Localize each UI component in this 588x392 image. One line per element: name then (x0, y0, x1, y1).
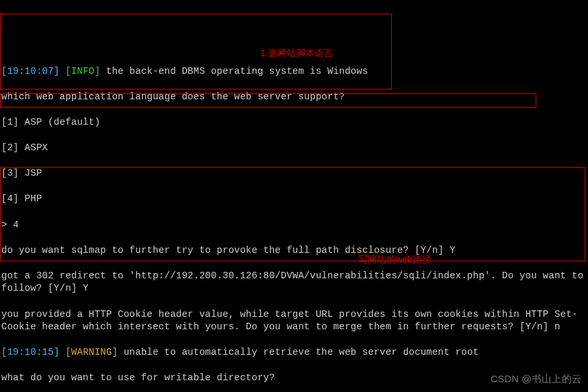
log-text: unable to automatically retrieve the web… (118, 347, 479, 357)
log-line: [19:10:07] [INFO] the back-end DBMS oper… (1, 65, 587, 78)
log-line: [19:10:15] [WARNING] unable to automatic… (1, 346, 587, 359)
prompt-question[interactable]: do you want sqlmap to further try to pro… (1, 244, 587, 257)
menu-option: [1] ASP (default) (1, 116, 587, 129)
menu-option: [2] ASPX (1, 142, 587, 155)
prompt-question: which web application language does the … (1, 91, 587, 104)
log-text: the back-end DBMS operating system is Wi… (100, 66, 368, 76)
prompt-question[interactable]: you provided a HTTP Cookie header value,… (1, 308, 587, 334)
level-warning: [WARNING] (65, 347, 118, 357)
timestamp: [19:10:07] (1, 66, 60, 76)
prompt-question[interactable]: got a 302 redirect to 'http://192.200.30… (1, 270, 587, 295)
menu-option: [4] PHP (1, 193, 587, 206)
prompt-question: what do you want to use for writable dir… (1, 372, 587, 385)
menu-option: [3] JSP (1, 167, 587, 180)
timestamp: [19:10:15] (1, 347, 60, 357)
level-info: [INFO] (65, 66, 100, 76)
terminal-output[interactable]: [19:10:07] [INFO] the back-end DBMS oper… (0, 51, 588, 392)
user-input[interactable]: > 4 (1, 219, 587, 232)
